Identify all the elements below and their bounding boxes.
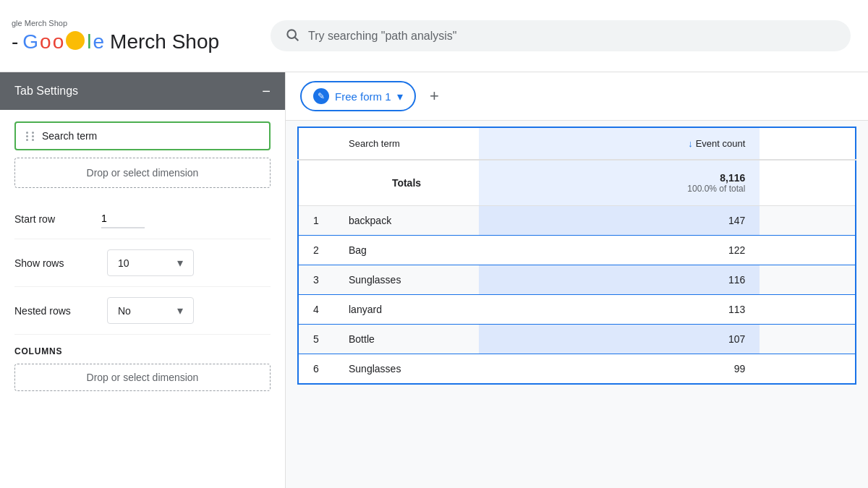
sort-arrow-icon: ↓ <box>688 138 693 149</box>
row-term-cell: Bottle <box>334 325 479 354</box>
table-row: 5 Bottle 107 <box>298 325 856 354</box>
show-rows-row: Show rows 10 ▾ <box>14 239 271 287</box>
row-count-cell: 107 <box>479 325 760 354</box>
row-count-cell: 122 <box>479 236 760 265</box>
sidebar-header: Tab Settings − <box>0 72 285 110</box>
row-term-cell: Sunglasses <box>334 265 479 295</box>
drop-col-dimension-button[interactable]: Drop or select dimension <box>14 364 271 391</box>
nested-rows-row: Nested rows No ▾ <box>14 287 271 335</box>
show-rows-select[interactable]: 10 ▾ <box>107 249 194 276</box>
totals-label-cell: Totals <box>334 160 479 206</box>
logo-small: gle Merch Shop <box>12 19 242 27</box>
sidebar-collapse-button[interactable]: − <box>262 84 271 98</box>
totals-row: Totals 8,116 100.0% of total <box>298 160 856 206</box>
nested-rows-value: No <box>118 305 131 317</box>
svg-line-1 <box>295 38 299 41</box>
rows-section: Search term Drop or select dimension <box>14 121 271 188</box>
main-content: Tab Settings − Search term Drop or selec… <box>0 72 868 488</box>
top-bar: gle Merch Shop - Goole Merch Shop Try se… <box>0 0 868 72</box>
row-num-cell: 6 <box>298 354 334 385</box>
row-num-cell: 5 <box>298 325 334 354</box>
tab-name: Free form 1 <box>335 90 391 103</box>
tab-chevron-icon: ▾ <box>397 90 403 103</box>
table-header-row: Search term ↓Event count <box>298 127 856 160</box>
search-icon <box>285 27 299 44</box>
table-row: 4 lanyard 113 <box>298 295 856 325</box>
columns-section-label: COLUMNS <box>14 346 271 356</box>
tab-bar: ✎ Free form 1 ▾ + <box>286 72 868 121</box>
start-row-row: Start row <box>14 200 271 239</box>
start-row-input[interactable] <box>101 210 145 228</box>
tab-free-form-1[interactable]: ✎ Free form 1 ▾ <box>300 81 416 111</box>
chip-label: Search term <box>42 130 97 142</box>
search-placeholder: Try searching "path analysis" <box>308 30 457 43</box>
table-row: 2 Bag 122 <box>298 236 856 265</box>
right-panel: ✎ Free form 1 ▾ + Search term ↓Event cou… <box>286 72 868 488</box>
search-bar[interactable]: Try searching "path analysis" <box>271 20 851 51</box>
show-rows-label: Show rows <box>14 257 101 269</box>
start-row-label: Start row <box>14 213 101 225</box>
row-term-cell: Bag <box>334 236 479 265</box>
row-term-cell: lanyard <box>334 295 479 325</box>
data-table: Search term ↓Event count Totals 8,116 <box>297 127 856 385</box>
row-count-cell: 113 <box>479 295 760 325</box>
table-row: 3 Sunglasses 116 <box>298 265 856 295</box>
row-term-cell: backpack <box>334 206 479 236</box>
col-dimension-header[interactable]: Search term <box>334 127 479 160</box>
totals-empty-cell <box>298 160 334 206</box>
col-index-header <box>298 127 334 160</box>
show-rows-chevron-icon: ▾ <box>177 256 183 270</box>
data-table-wrapper: Search term ↓Event count Totals 8,116 <box>286 121 868 488</box>
tab-edit-icon: ✎ <box>313 88 329 104</box>
row-num-cell: 2 <box>298 236 334 265</box>
row-count-cell: 147 <box>479 206 760 236</box>
row-num-cell: 4 <box>298 295 334 325</box>
drop-dimension-button[interactable]: Drop or select dimension <box>14 158 271 188</box>
drag-handle-icon <box>26 132 36 141</box>
nested-rows-chevron-icon: ▾ <box>177 304 183 317</box>
row-count-cell: 116 <box>479 265 760 295</box>
logo-large: - Goole Merch Shop <box>12 30 242 53</box>
svg-point-0 <box>287 30 296 38</box>
row-term-cell: Sunglasses <box>334 354 479 385</box>
logo-area: gle Merch Shop - Goole Merch Shop <box>0 12 253 61</box>
sidebar-title: Tab Settings <box>14 85 78 98</box>
table-row: 6 Sunglasses 99 <box>298 354 856 385</box>
col-empty-header <box>760 127 856 160</box>
row-num-cell: 3 <box>298 265 334 295</box>
col-metric-header[interactable]: ↓Event count <box>479 127 760 160</box>
totals-pct: 100.0% of total <box>493 184 745 194</box>
nested-rows-label: Nested rows <box>14 305 101 317</box>
totals-value-cell: 8,116 100.0% of total <box>479 160 760 206</box>
row-count-cell: 99 <box>479 354 760 385</box>
table-row: 1 backpack 147 <box>298 206 856 236</box>
sidebar: Tab Settings − Search term Drop or selec… <box>0 72 286 488</box>
tab-add-button[interactable]: + <box>422 83 448 109</box>
row-num-cell: 1 <box>298 206 334 236</box>
nested-rows-select[interactable]: No ▾ <box>107 297 194 324</box>
search-term-chip[interactable]: Search term <box>14 121 271 150</box>
show-rows-value: 10 <box>118 257 129 269</box>
logo-circle-o <box>66 31 85 50</box>
sidebar-body: Search term Drop or select dimension Sta… <box>0 110 285 488</box>
